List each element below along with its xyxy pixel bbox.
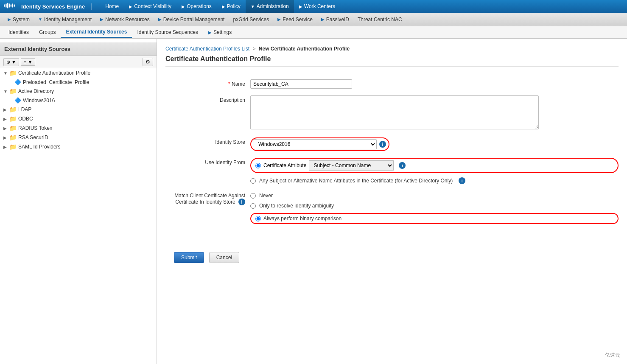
tree-preloaded-cert-profile[interactable]: 🔷 Preloaded_Certificate_Profile bbox=[0, 78, 157, 87]
cert-attribute-info-icon[interactable]: i bbox=[399, 162, 406, 169]
nav-context-visibility[interactable]: ▶ Context Visibility bbox=[124, 0, 176, 13]
tree-odbc[interactable]: ▶ 📁 ODBC bbox=[0, 114, 157, 123]
tree-saml-id[interactable]: ▶ 📁 SAML Id Providers bbox=[0, 142, 157, 151]
name-control-area bbox=[250, 79, 619, 89]
folder-icon: 📁 bbox=[9, 115, 17, 122]
tab-groups[interactable]: Groups bbox=[34, 26, 61, 38]
tree-cert-auth-profile-label: Certificate Authentication Profile bbox=[18, 70, 90, 76]
folder-icon: 📁 bbox=[9, 106, 17, 113]
svg-rect-6 bbox=[14, 5, 15, 7]
tree-rsa-securid[interactable]: ▶ 📁 RSA SecurID bbox=[0, 133, 157, 142]
breadcrumb-current: New Certificate Authentication Profile bbox=[259, 46, 350, 52]
tree-windows2016-label: Windows2016 bbox=[23, 98, 55, 104]
tree-active-directory[interactable]: ▼ 📁 Active Directory bbox=[0, 87, 157, 96]
nav-policy[interactable]: ▶ Policy bbox=[217, 0, 246, 13]
nav-system-label: System bbox=[13, 17, 30, 22]
cert-attribute-radio[interactable] bbox=[255, 163, 261, 168]
arrow-icon: ▶ bbox=[277, 17, 281, 22]
nav-device-portal[interactable]: ▶ Device Portal Management bbox=[154, 13, 229, 26]
always-binary-oval: Always perform binary comparison bbox=[250, 213, 619, 224]
submit-button[interactable]: Submit bbox=[174, 252, 204, 263]
tree-radius-token[interactable]: ▶ 📁 RADIUS Token bbox=[0, 123, 157, 133]
arrow-icon: ▶ bbox=[208, 30, 212, 35]
svg-rect-5 bbox=[12, 4, 13, 8]
tree-active-directory-label: Active Directory bbox=[18, 88, 54, 94]
use-identity-from-radio-group: Certificate Attribute Subject - Common N… bbox=[250, 158, 619, 184]
arrow-icon: ▼ bbox=[251, 4, 255, 9]
identity-store-info-icon[interactable]: i bbox=[379, 141, 386, 148]
cert-attribute-oval: Certificate Attribute Subject - Common N… bbox=[250, 158, 619, 173]
tab-settings[interactable]: ▶ Settings bbox=[203, 26, 237, 38]
identity-store-select[interactable]: Windows2016 Any bbox=[254, 139, 377, 149]
tree-windows2016[interactable]: 🔷 Windows2016 bbox=[0, 96, 157, 105]
folder-icon: 📁 bbox=[9, 125, 17, 132]
tab-identity-source-sequences[interactable]: Identity Source Sequences bbox=[132, 26, 203, 38]
only-resolve-label: Only to resolve identity ambiguity bbox=[259, 203, 334, 209]
tab-identity-source-sequences-label: Identity Source Sequences bbox=[137, 29, 198, 35]
profile-icon: 🔷 bbox=[14, 79, 21, 85]
any-subject-label: Any Subject or Alternative Name Attribut… bbox=[259, 178, 453, 184]
arrow-icon: ▶ bbox=[8, 17, 11, 22]
tab-identities[interactable]: Identities bbox=[3, 26, 34, 38]
sidebar-add-btn[interactable]: ⊕ ▼ bbox=[3, 58, 19, 66]
content-area: Certificate Authentication Profiles List… bbox=[157, 39, 627, 364]
nav-policy-label: Policy bbox=[227, 3, 241, 9]
svg-rect-0 bbox=[4, 5, 5, 7]
arrow-icon: ▶ bbox=[129, 4, 132, 9]
app-title: Identity Services Engine bbox=[21, 3, 92, 10]
identity-store-label: Identity Store bbox=[165, 137, 250, 145]
never-row: Never bbox=[250, 193, 619, 199]
tree-ldap[interactable]: ▶ 📁 LDAP bbox=[0, 105, 157, 114]
any-subject-row: Any Subject or Alternative Name Attribut… bbox=[250, 177, 619, 184]
sidebar-header: External Identity Sources bbox=[0, 42, 157, 56]
name-input[interactable] bbox=[250, 79, 352, 89]
required-star: * bbox=[228, 81, 232, 87]
svg-rect-3 bbox=[9, 4, 10, 8]
svg-rect-4 bbox=[11, 5, 12, 7]
expand-icon: ▶ bbox=[3, 117, 8, 121]
nav-identity-management[interactable]: ▼ Identity Management bbox=[34, 13, 96, 26]
nav-operations[interactable]: ▶ Operations bbox=[176, 0, 217, 13]
nav-network-resources[interactable]: ▶ Network Resources bbox=[96, 13, 154, 26]
expand-icon: ▶ bbox=[3, 135, 8, 140]
arrow-icon: ▼ bbox=[38, 17, 42, 22]
sidebar-list-btn[interactable]: ≡ ▼ bbox=[21, 58, 35, 66]
tree-odbc-label: ODBC bbox=[18, 116, 33, 122]
subject-common-name-select[interactable]: Subject - Common Name Subject Alternativ… bbox=[309, 160, 394, 171]
third-nav: Identities Groups External Identity Sour… bbox=[0, 26, 627, 39]
nav-pxgrid[interactable]: pxGrid Services bbox=[229, 13, 273, 26]
tab-external-identity-sources-label: External Identity Sources bbox=[66, 29, 127, 35]
form-row-name: * Name bbox=[165, 79, 619, 89]
any-subject-radio[interactable] bbox=[250, 178, 256, 184]
nav-home[interactable]: Home bbox=[100, 0, 124, 13]
nav-system[interactable]: ▶ System bbox=[3, 13, 34, 26]
sidebar-gear-btn[interactable]: ⚙ bbox=[143, 58, 153, 66]
tree-cert-auth-profile[interactable]: ▼ 📁 Certificate Authentication Profile bbox=[0, 68, 157, 78]
nav-administration[interactable]: ▼ Administration bbox=[246, 0, 294, 13]
identity-store-control-area: Windows2016 Any i bbox=[250, 137, 619, 151]
list-icon: ≡ ▼ bbox=[24, 59, 32, 64]
nav-work-centers[interactable]: ▶ Work Centers bbox=[294, 0, 340, 13]
only-resolve-radio[interactable] bbox=[250, 203, 256, 209]
expand-icon: ▼ bbox=[3, 71, 8, 76]
top-nav: Identity Services Engine Home ▶ Context … bbox=[0, 0, 627, 13]
never-radio[interactable] bbox=[250, 193, 256, 199]
expand-icon: ▼ bbox=[3, 89, 8, 94]
tab-external-identity-sources[interactable]: External Identity Sources bbox=[61, 26, 132, 38]
form-row-description: Description bbox=[165, 95, 619, 131]
description-textarea[interactable] bbox=[250, 95, 539, 129]
svg-rect-2 bbox=[7, 3, 8, 8]
tab-groups-label: Groups bbox=[39, 29, 56, 35]
always-binary-radio[interactable] bbox=[255, 216, 261, 221]
arrow-icon: ▶ bbox=[321, 17, 325, 22]
folder-icon: 📁 bbox=[9, 70, 17, 76]
breadcrumb-link[interactable]: Certificate Authentication Profiles List bbox=[165, 46, 249, 52]
nav-network-resources-label: Network Resources bbox=[105, 17, 150, 22]
nav-feed-service[interactable]: ▶ Feed Service bbox=[273, 13, 317, 26]
nav-threat-centric[interactable]: Threat Centric NAC bbox=[353, 13, 406, 26]
any-subject-info-icon[interactable]: i bbox=[459, 177, 465, 184]
match-client-text: Match Client Certificate AgainstCertific… bbox=[174, 193, 245, 205]
nav-passiveid[interactable]: ▶ PassiveID bbox=[317, 13, 353, 26]
match-client-info-icon[interactable]: i bbox=[238, 199, 245, 205]
cancel-button[interactable]: Cancel bbox=[209, 252, 239, 263]
